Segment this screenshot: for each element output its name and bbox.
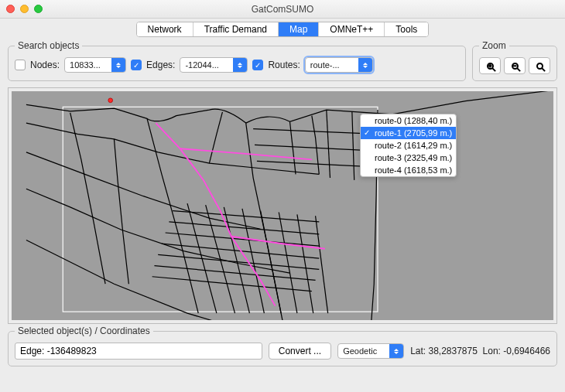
search-objects-legend: Search objects	[15, 40, 82, 51]
chevron-updown-icon	[358, 58, 372, 72]
selected-edge-value: Edge: -136489823	[20, 346, 97, 356]
window-title: GatComSUMO	[252, 4, 314, 15]
route-option-4[interactable]: route-4 (1618,53 m.)	[361, 164, 456, 176]
map-panel: route-0 (1288,40 m.) route-1 (2705,99 m.…	[8, 87, 557, 324]
chevron-updown-icon	[111, 58, 125, 72]
route-option-2[interactable]: route-2 (1614,29 m.)	[361, 139, 456, 152]
magnifier-minus-icon	[512, 63, 519, 70]
node-marker	[108, 98, 113, 103]
edges-label: Edges:	[146, 60, 175, 70]
coord-mode-select[interactable]: Geodetic	[337, 343, 404, 359]
zoom-in-button[interactable]	[479, 57, 501, 74]
selected-edge-field[interactable]: Edge: -136489823	[15, 343, 262, 360]
edges-checkbox[interactable]: ✓	[131, 60, 142, 70]
chevron-updown-icon	[389, 344, 403, 358]
nodes-label: Nodes:	[30, 60, 60, 70]
route-option-0[interactable]: route-0 (1288,40 m.)	[361, 114, 456, 127]
route-option-3[interactable]: route-3 (2325,49 m.)	[361, 152, 456, 164]
convert-button[interactable]: Convert ...	[269, 343, 331, 360]
magnifier-plus-icon	[487, 63, 494, 70]
map-svg	[12, 91, 553, 320]
zoom-group: Zoom	[472, 40, 557, 81]
magnifier-icon	[536, 63, 543, 70]
routes-dropdown[interactable]: route-0 (1288,40 m.) route-1 (2705,99 m.…	[360, 114, 457, 177]
tab-map[interactable]: Map	[279, 22, 319, 36]
map-canvas[interactable]	[12, 91, 553, 320]
routes-checkbox[interactable]: ✓	[252, 60, 263, 70]
tabbar: Network Traffic Demand Map OMNeT++ Tools	[0, 19, 565, 39]
close-window-button[interactable]	[6, 5, 15, 13]
edges-select[interactable]: -12044...	[180, 57, 248, 73]
tab-omnet[interactable]: OMNeT++	[319, 22, 385, 36]
maximize-window-button[interactable]	[34, 5, 43, 13]
edges-select-value: -12044...	[185, 60, 218, 70]
zoom-legend: Zoom	[479, 40, 509, 51]
routes-label: Routes:	[268, 60, 300, 70]
selected-coordinates-group: Selected object(s) / Coordinates Edge: -…	[8, 326, 557, 366]
tab-tools[interactable]: Tools	[385, 22, 428, 36]
tab-traffic-demand[interactable]: Traffic Demand	[193, 22, 279, 36]
chevron-updown-icon	[233, 58, 247, 72]
route-option-1[interactable]: route-1 (2705,99 m.)	[361, 127, 456, 139]
minimize-window-button[interactable]	[20, 5, 29, 13]
zoom-fit-button[interactable]	[529, 57, 550, 74]
tab-network[interactable]: Network	[137, 22, 193, 36]
routes-select-value: route-...	[310, 60, 340, 70]
search-objects-group: Search objects Nodes: 10833... ✓ Edges: …	[8, 40, 466, 81]
nodes-select-value: 10833...	[70, 60, 101, 70]
coordinates-readout: Lat: 38,2837875 Lon: -0,6946466	[410, 346, 550, 356]
nodes-select[interactable]: 10833...	[64, 57, 126, 73]
routes-select[interactable]: route-...	[305, 57, 373, 73]
selected-coordinates-legend: Selected object(s) / Coordinates	[15, 326, 153, 336]
zoom-out-button[interactable]	[504, 57, 526, 74]
nodes-checkbox[interactable]	[15, 60, 26, 70]
window-titlebar: GatComSUMO	[0, 0, 565, 19]
coord-mode-value: Geodetic	[343, 346, 377, 356]
